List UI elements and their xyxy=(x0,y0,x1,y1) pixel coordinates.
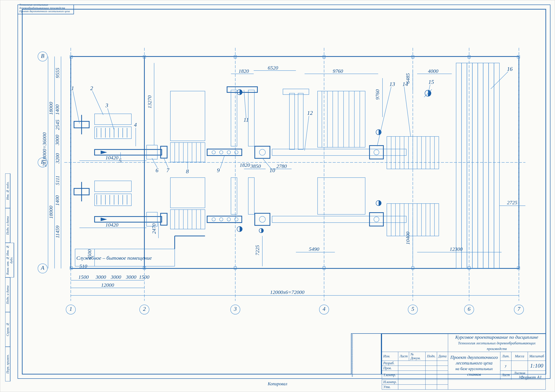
drawing-sheet: Технология лесопильных деревообрабатываю… xyxy=(0,0,555,392)
svg-text:10420: 10420 xyxy=(105,222,118,228)
svg-point-112 xyxy=(212,218,215,221)
svg-text:4: 4 xyxy=(323,306,325,312)
svg-text:18000: 18000 xyxy=(48,102,54,115)
side-1: Подп. и дата xyxy=(5,208,10,243)
svg-text:510: 510 xyxy=(79,263,87,269)
svg-rect-116 xyxy=(255,213,270,225)
svg-text:2545: 2545 xyxy=(55,120,60,130)
svg-rect-48 xyxy=(289,93,295,150)
svg-rect-111 xyxy=(207,216,242,223)
svg-text:1: 1 xyxy=(71,85,74,91)
svg-rect-45 xyxy=(248,90,254,146)
svg-text:5: 5 xyxy=(119,157,122,164)
svg-text:9555: 9555 xyxy=(55,68,60,78)
svg-text:12000: 12000 xyxy=(101,282,114,288)
svg-point-114 xyxy=(227,218,230,221)
line-lower xyxy=(74,178,439,236)
dims-left: 2x18000=36000 18000 18000 9555 1400 2545… xyxy=(42,57,154,269)
svg-text:3000: 3000 xyxy=(55,135,60,145)
svg-point-43 xyxy=(259,149,265,155)
svg-rect-44 xyxy=(231,90,237,146)
svg-point-120 xyxy=(374,217,379,222)
svg-text:5490: 5490 xyxy=(309,246,319,252)
svg-text:9760: 9760 xyxy=(375,89,380,100)
svg-text:8: 8 xyxy=(186,168,189,175)
drawing-area: Служебное – бытовое помещение xyxy=(35,28,535,327)
side-2: Взам. инв. № Инв. № дубл. xyxy=(5,243,14,278)
svg-text:6: 6 xyxy=(156,167,159,173)
svg-text:4: 4 xyxy=(134,122,137,128)
svg-rect-153 xyxy=(517,267,520,269)
svg-rect-16 xyxy=(95,127,131,139)
svg-text:7225: 7225 xyxy=(255,245,260,256)
svg-rect-51 xyxy=(369,146,383,159)
svg-text:1400: 1400 xyxy=(55,195,60,206)
svg-text:3: 3 xyxy=(105,102,108,108)
svg-text:1: 1 xyxy=(69,306,72,312)
tb-izm: Изм. xyxy=(382,352,398,361)
svg-text:1820: 1820 xyxy=(240,162,250,168)
upper-note-l1: Технология лесопильных деревообрабатываю… xyxy=(19,3,72,10)
svg-text:3850: 3850 xyxy=(250,163,261,169)
svg-text:6520: 6520 xyxy=(268,65,278,71)
tb-list: Лист xyxy=(500,371,511,380)
side-5: Перв. примен. xyxy=(5,347,10,381)
tb-main1: Проект двухпоточного xyxy=(450,355,498,360)
svg-point-38 xyxy=(212,150,215,154)
svg-rect-77 xyxy=(170,91,205,141)
tb-listno: Лист xyxy=(398,352,409,361)
svg-point-52 xyxy=(374,150,379,155)
side-0: Инв. № подл. xyxy=(5,173,10,208)
svg-text:1820: 1820 xyxy=(239,68,249,74)
svg-text:5: 5 xyxy=(411,306,414,312)
svg-rect-140 xyxy=(70,56,73,58)
svg-rect-118 xyxy=(272,216,406,223)
svg-rect-90 xyxy=(95,194,131,206)
svg-text:7: 7 xyxy=(518,306,520,312)
column-axes xyxy=(71,48,519,301)
tb-lit: Лит. xyxy=(500,352,511,361)
svg-rect-27 xyxy=(146,145,157,159)
svg-line-247 xyxy=(152,158,157,168)
svg-text:13270: 13270 xyxy=(147,95,153,108)
callouts: 1 2 3 4 5 6 7 8 9 10 11 12 13 14 15 16 xyxy=(71,66,512,175)
svg-line-263 xyxy=(404,87,411,137)
tb-razrab: Разраб. xyxy=(382,361,398,366)
svg-text:11459: 11459 xyxy=(55,225,60,238)
svg-text:3000: 3000 xyxy=(110,274,121,280)
svg-text:6: 6 xyxy=(468,306,470,312)
tb-litval: у xyxy=(500,361,511,371)
side-4: Справ. № xyxy=(5,312,10,347)
svg-text:10: 10 xyxy=(270,167,275,173)
svg-rect-47 xyxy=(272,149,406,156)
svg-rect-136 xyxy=(248,178,254,214)
svg-text:3200: 3200 xyxy=(55,153,60,164)
svg-text:2470: 2470 xyxy=(151,223,157,234)
svg-text:1500: 1500 xyxy=(78,274,89,280)
tb-line1: Курсовое проектирование по дисциплине xyxy=(455,334,538,340)
svg-point-39 xyxy=(219,150,223,154)
svg-line-249 xyxy=(164,158,168,168)
svg-text:9760: 9760 xyxy=(333,68,343,74)
tb-podp: Подп. xyxy=(426,352,437,361)
svg-text:2780: 2780 xyxy=(277,163,287,169)
svg-text:12: 12 xyxy=(307,110,313,116)
svg-text:1500: 1500 xyxy=(139,274,149,280)
svg-marker-100 xyxy=(101,218,107,221)
svg-rect-42 xyxy=(255,146,270,158)
svg-marker-26 xyxy=(101,150,107,154)
svg-text:2725: 2725 xyxy=(507,200,518,205)
svg-text:3: 3 xyxy=(234,306,237,312)
tb-ndok: № Докум. xyxy=(409,352,426,361)
dims-bot: 7225 5490 12300 10400 510 4500 xyxy=(79,219,501,269)
svg-text:А: А xyxy=(41,265,44,271)
tb-scale-lbl: Масштаб xyxy=(528,352,546,361)
svg-text:5111: 5111 xyxy=(55,176,60,185)
svg-text:4000: 4000 xyxy=(428,68,438,74)
tb-main2: лесопильного цеха xyxy=(456,360,493,366)
svg-rect-89 xyxy=(95,181,131,192)
svg-point-40 xyxy=(227,150,230,154)
svg-rect-119 xyxy=(369,213,383,226)
svg-text:15: 15 xyxy=(428,79,434,85)
tb-data: Дата xyxy=(437,352,448,361)
